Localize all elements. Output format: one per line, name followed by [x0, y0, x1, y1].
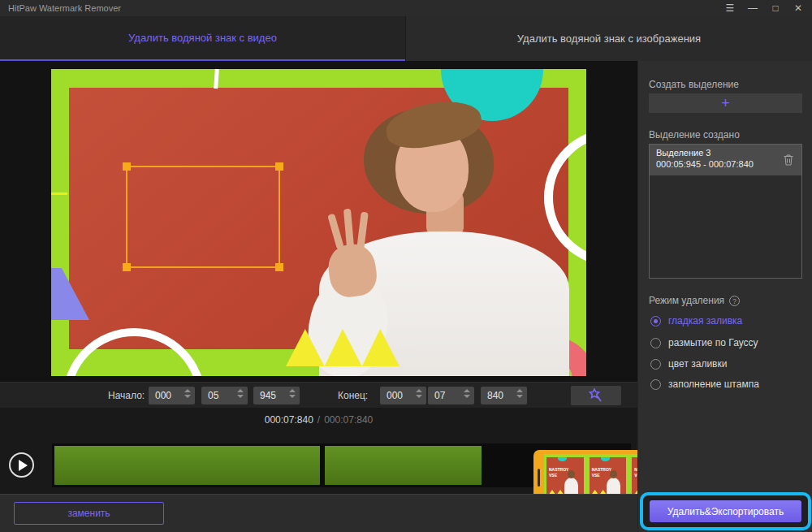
close-icon[interactable]: ✕: [791, 1, 806, 15]
spinner-down-icon[interactable]: [237, 395, 244, 398]
play-button[interactable]: [9, 452, 34, 478]
remove-export-button[interactable]: Удалить&Экспортировать: [650, 500, 801, 522]
end-seconds-spinner[interactable]: [428, 387, 474, 404]
spinner-down-icon[interactable]: [184, 395, 191, 398]
end-label: Конец:: [338, 390, 368, 401]
selection-handle-top-right[interactable]: [275, 162, 283, 171]
end-minutes-spinner[interactable]: [380, 387, 426, 404]
current-time: 000:07:840: [265, 414, 313, 426]
trash-icon: [783, 154, 794, 166]
timeline-segment[interactable]: [325, 446, 482, 485]
video-white-line: [214, 69, 219, 89]
selection-item-name: Выделение 3: [656, 148, 795, 158]
spinner-arrows[interactable]: [289, 389, 296, 398]
spinner-down-icon[interactable]: [464, 395, 470, 398]
time-controls-bar: Начало: Конец:: [0, 382, 637, 408]
spinner-down-icon[interactable]: [289, 395, 296, 398]
mode-option-gaussian-blur[interactable]: размытие по Гауссу: [650, 337, 758, 348]
start-minutes-input[interactable]: [149, 390, 176, 401]
delete-selection-button[interactable]: [782, 154, 795, 167]
create-selection-label: Создать выделение: [649, 79, 739, 90]
bottom-bar: заменить: [0, 494, 637, 532]
selection-handle-top-left[interactable]: [123, 162, 131, 171]
start-seconds-input[interactable]: [201, 390, 229, 401]
spinner-down-icon[interactable]: [416, 395, 422, 398]
video-yellow-tick: [51, 192, 67, 195]
timeline-segment[interactable]: [54, 446, 320, 485]
replace-button[interactable]: заменить: [14, 502, 164, 525]
selection-handle-bottom-left[interactable]: [123, 263, 131, 271]
preview-wand-button[interactable]: [571, 386, 621, 405]
start-millis-spinner[interactable]: [253, 387, 300, 404]
sidebar: Создать выделение + Выделение создано Вы…: [637, 61, 812, 532]
spinner-arrows[interactable]: [464, 389, 470, 398]
selection-list-item[interactable]: Выделение 3 000:05:945 - 000:07:840: [650, 145, 801, 175]
spinner-up-icon[interactable]: [464, 389, 470, 392]
thumbnail-person: [564, 478, 578, 494]
mode-option-fill-color[interactable]: цвет заливки: [650, 358, 727, 370]
handle-grip: [538, 469, 540, 487]
spinner-arrows[interactable]: [237, 389, 244, 398]
end-minutes-input[interactable]: [380, 390, 408, 401]
radio-label: гладкая заливка: [668, 315, 742, 327]
spinner-arrows[interactable]: [416, 389, 422, 398]
radio-icon[interactable]: [650, 316, 661, 327]
magic-wand-icon: [587, 387, 605, 404]
thumbnail-text: NASTROY VSE: [549, 467, 568, 478]
spinner-up-icon[interactable]: [416, 389, 422, 392]
app-window: HitPaw Watermark Remover ☰ — □ ✕ Удалить…: [0, 0, 812, 532]
spinner-up-icon[interactable]: [184, 389, 191, 392]
timeline-track[interactable]: NASTROY VSE NASTROY VSE NASTROY VSE: [52, 443, 631, 487]
end-millis-input[interactable]: [481, 390, 508, 401]
spinner-up-icon[interactable]: [516, 389, 523, 392]
time-readout: 000:07:840 / 000:07:840: [0, 408, 637, 431]
window-controls: ☰ — □ ✕: [723, 0, 806, 16]
help-icon[interactable]: ?: [729, 296, 740, 306]
mode-option-smooth-fill[interactable]: гладкая заливка: [650, 315, 742, 327]
selection-handle-bottom-right[interactable]: [275, 263, 283, 271]
selection-created-label: Выделение создано: [649, 129, 740, 141]
timeline-area: NASTROY VSE NASTROY VSE NASTROY VSE: [0, 431, 637, 494]
start-minutes-spinner[interactable]: [149, 387, 195, 404]
radio-icon[interactable]: [650, 338, 661, 348]
radio-icon[interactable]: [650, 379, 661, 390]
thumbnail-text: NASTROY VSE: [592, 467, 611, 478]
start-millis-input[interactable]: [253, 390, 281, 401]
window-title: HitPaw Watermark Remover: [8, 3, 121, 13]
video-preview-area: [0, 61, 637, 382]
video-yellow-zigzag: [286, 329, 400, 366]
start-label: Начало:: [108, 390, 145, 401]
tab-remove-watermark-video[interactable]: Удалить водяной знак с видео: [0, 16, 405, 61]
radio-label: размытие по Гауссу: [668, 337, 758, 348]
export-highlight-ring: Удалить&Экспортировать: [640, 492, 811, 530]
mode-option-stamp-fill[interactable]: заполнение штампа: [650, 378, 759, 390]
time-separator: /: [317, 414, 320, 426]
end-seconds-input[interactable]: [428, 390, 456, 401]
menu-icon[interactable]: ☰: [723, 1, 737, 15]
spinner-arrows[interactable]: [516, 389, 523, 398]
spinner-up-icon[interactable]: [289, 389, 296, 392]
plus-icon: +: [721, 95, 730, 111]
minimize-icon[interactable]: —: [745, 1, 760, 15]
radio-icon[interactable]: [650, 359, 661, 370]
maximize-icon[interactable]: □: [768, 1, 783, 15]
total-time: 000:07:840: [324, 414, 373, 426]
spinner-up-icon[interactable]: [237, 389, 244, 392]
start-seconds-spinner[interactable]: [201, 387, 248, 404]
removal-mode-label: Режим удаления ?: [649, 295, 740, 306]
thumbnail-person: [607, 478, 620, 494]
end-millis-spinner[interactable]: [481, 387, 527, 404]
title-bar: HitPaw Watermark Remover ☰ — □ ✕: [0, 0, 812, 16]
tab-bar: Удалить водяной знак с видео Удалить вод…: [0, 16, 812, 61]
add-selection-button[interactable]: +: [649, 93, 802, 113]
watermark-selection-box[interactable]: [126, 166, 280, 268]
spinner-arrows[interactable]: [184, 389, 191, 398]
spinner-down-icon[interactable]: [516, 395, 523, 398]
play-icon: [19, 460, 28, 471]
tab-remove-watermark-image[interactable]: Удалить водяной знак с изображения: [406, 16, 812, 61]
radio-label: заполнение штампа: [668, 378, 759, 390]
radio-label: цвет заливки: [668, 358, 727, 370]
selection-item-range: 000:05:945 - 000:07:840: [656, 159, 795, 169]
video-frame[interactable]: [51, 69, 586, 376]
selections-list-panel: Выделение 3 000:05:945 - 000:07:840: [649, 144, 802, 279]
